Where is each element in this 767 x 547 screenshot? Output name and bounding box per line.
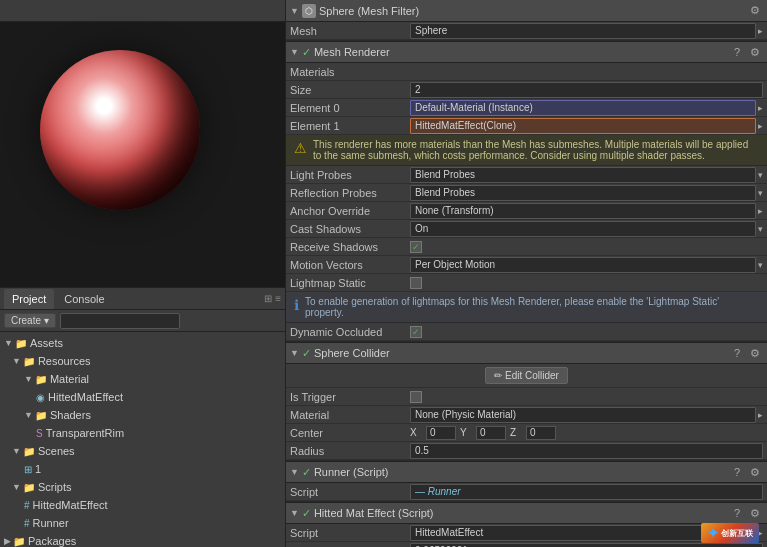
y-label: Y [460, 427, 472, 438]
materials-label: Materials [290, 66, 410, 78]
tree-item-scenes[interactable]: ▼ 📁 Scenes [0, 442, 285, 460]
tree-item-assets[interactable]: ▼ 📁 Assets [0, 334, 285, 352]
info-icon: ℹ [294, 297, 299, 313]
warning-row: ⚠ This renderer has more materials than … [286, 135, 767, 166]
tree-item-material[interactable]: ▼ 📁 Material [0, 370, 285, 388]
main-layout: Project Console ⊞ ≡ Create ▾ ▼ 📁 Assets … [0, 0, 767, 547]
check-icon: ✓ [302, 466, 311, 479]
anchor-override-value[interactable]: None (Transform) [410, 203, 756, 219]
center-y-value[interactable]: 0 [476, 426, 506, 440]
edit-collider-button[interactable]: ✏ Edit Collider [485, 367, 568, 384]
tab-console[interactable]: Console [56, 289, 112, 309]
component-actions: ? ⚙ [731, 346, 763, 361]
cast-shadows-row: Cast Shadows On ▾ [286, 220, 767, 238]
dynamic-occluded-checkbox[interactable]: ✓ [410, 326, 422, 338]
is-trigger-row: Is Trigger [286, 388, 767, 406]
runner-script-label: Script [290, 486, 410, 498]
scene-view: Project Console ⊞ ≡ Create ▾ ▼ 📁 Assets … [0, 0, 285, 547]
toggle-arrow-icon: ▼ [290, 6, 299, 16]
mesh-filter-body: Mesh Sphere ▸ [286, 22, 767, 41]
tree-item-hitted-script[interactable]: # HittedMatEffect [0, 496, 285, 514]
inspector-panel: ▼ ⬡ Sphere (Mesh Filter) ⚙ Mesh Sphere ▸… [285, 0, 767, 547]
cast-shadows-value[interactable]: On [410, 221, 756, 237]
dropdown-icon: ▸ [758, 206, 763, 216]
settings-icon[interactable]: ⚙ [747, 45, 763, 60]
tab-project[interactable]: Project [4, 289, 54, 309]
settings-icon[interactable]: ⚙ [747, 346, 763, 361]
lightmap-info-text: To enable generation of lightmaps for th… [305, 296, 759, 318]
arrow-icon: ▼ [24, 410, 33, 420]
lightmap-static-checkbox[interactable] [410, 277, 422, 289]
motion-vectors-value[interactable]: Per Object Motion [410, 257, 756, 273]
radius-value[interactable]: 0.5 [410, 443, 763, 459]
settings-icon[interactable]: ⚙ [747, 465, 763, 480]
reflection-probes-value[interactable]: Blend Probes [410, 185, 756, 201]
center-z-value[interactable]: 0 [526, 426, 556, 440]
dropdown-icon: ▸ [758, 410, 763, 420]
tree-item-scripts[interactable]: ▼ 📁 Scripts [0, 478, 285, 496]
tree-item-shader[interactable]: S TransparentRim [0, 424, 285, 442]
runner-script-value[interactable]: — Runner [410, 484, 763, 500]
is-trigger-label: Is Trigger [290, 391, 410, 403]
arrow-icon: ▶ [4, 536, 11, 546]
receive-shadows-checkbox[interactable]: ✓ [410, 241, 422, 253]
physic-material-value[interactable]: None (Physic Material) [410, 407, 756, 423]
tree-item-scene1[interactable]: ⊞ 1 [0, 460, 285, 478]
tree-item-hitted-mat[interactable]: ◉ HittedMatEffect [0, 388, 285, 406]
create-button[interactable]: Create ▾ [4, 313, 56, 328]
mesh-renderer-title: Mesh Renderer [314, 46, 390, 58]
tree-item-shaders[interactable]: ▼ 📁 Shaders [0, 406, 285, 424]
center-xyz: X 0 Y 0 Z 0 [410, 426, 556, 440]
lightmap-static-label: Lightmap Static [290, 277, 410, 289]
hitted-script-row: Script HittedMatEffect ▸ [286, 524, 767, 542]
tree-item-resources[interactable]: ▼ 📁 Resources [0, 352, 285, 370]
x-label: X [410, 427, 422, 438]
anchor-override-label: Anchor Override [290, 205, 410, 217]
help-icon[interactable]: ? [731, 465, 743, 480]
arrow-icon: ▼ [12, 482, 21, 492]
runner-script-header: ▼ ✓ Runner (Script) ? ⚙ [286, 461, 767, 483]
size-label: Size [290, 84, 410, 96]
search-input[interactable] [60, 313, 180, 329]
script-icon: # [24, 518, 30, 529]
element0-value-box[interactable]: Default-Material (Instance) [410, 100, 756, 116]
tree-item-packages[interactable]: ▶ 📁 Packages [0, 532, 285, 547]
light-probes-label: Light Probes [290, 169, 410, 181]
m-life-value[interactable]: 0.06596921 [410, 543, 763, 548]
hitted-script-label: Script [290, 527, 410, 539]
component-actions: ? ⚙ [731, 465, 763, 480]
runner-script-row: Script — Runner [286, 483, 767, 501]
anchor-override-row: Anchor Override None (Transform) ▸ [286, 202, 767, 220]
size-value-box[interactable]: 2 [410, 82, 763, 98]
dropdown-icon: ▾ [758, 224, 763, 234]
dropdown-icon: ▾ [758, 260, 763, 270]
motion-vectors-label: Motion Vectors [290, 259, 410, 271]
element1-row: Element 1 HittedMatEffect(Clone) ▸ [286, 117, 767, 135]
lightmap-static-row: Lightmap Static [286, 274, 767, 292]
help-icon[interactable]: ? [731, 346, 743, 361]
scene-top-bar [0, 0, 285, 22]
mesh-value-box[interactable]: Sphere [410, 23, 756, 39]
toggle-arrow-icon: ▼ [290, 348, 299, 358]
material-icon: ◉ [36, 392, 45, 403]
tree-item-runner[interactable]: # Runner [0, 514, 285, 532]
is-trigger-checkbox[interactable] [410, 391, 422, 403]
receive-shadows-label: Receive Shadows [290, 241, 410, 253]
m-life-row: M Life 0.06596921 [286, 542, 767, 547]
element1-value-box[interactable]: HittedMatEffect(Clone) [410, 118, 756, 134]
reflection-probes-label: Reflection Probes [290, 187, 410, 199]
settings-icon[interactable]: ⚙ [747, 506, 763, 521]
light-probes-value[interactable]: Blend Probes [410, 167, 756, 183]
cast-shadows-label: Cast Shadows [290, 223, 410, 235]
sphere-collider-body: ✏ Edit Collider Is Trigger Material None… [286, 364, 767, 461]
folder-icon: 📁 [23, 446, 35, 457]
settings-icon[interactable]: ⚙ [747, 3, 763, 18]
help-icon[interactable]: ? [731, 45, 743, 60]
mesh-label: Mesh [290, 25, 410, 37]
help-icon[interactable]: ? [731, 506, 743, 521]
light-probes-row: Light Probes Blend Probes ▾ [286, 166, 767, 184]
hitted-script-title: Hitted Mat Effect (Script) [314, 507, 434, 519]
check-icon: ✓ [302, 507, 311, 520]
center-x-value[interactable]: 0 [426, 426, 456, 440]
radius-label: Radius [290, 445, 410, 457]
